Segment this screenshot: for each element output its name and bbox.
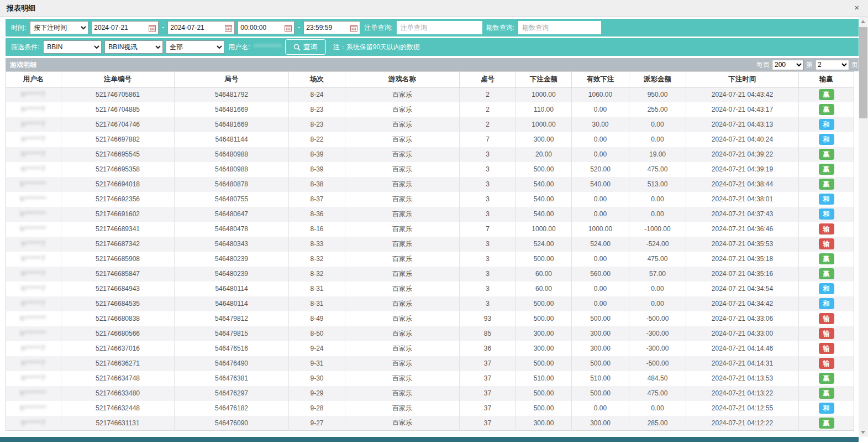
date-to-input[interactable]: 2024-07-21: [167, 21, 235, 34]
cell-table_no: 3: [460, 207, 516, 222]
masked-username: h*****7: [22, 419, 46, 427]
cell-valid_bet: 1000.00: [572, 222, 629, 237]
result-badge-tie: 和: [819, 194, 834, 205]
cell-bet_amount: 540.00: [516, 177, 572, 192]
search-button[interactable]: 查询: [285, 39, 326, 55]
cell-session: 8-23: [289, 117, 345, 132]
search-button-label: 查询: [303, 42, 318, 52]
calendar-icon[interactable]: [285, 24, 292, 32]
cell-bet_amount: 1000.00: [516, 117, 572, 132]
cell-bet_time: 2024-07-21 04:40:24: [686, 132, 799, 147]
result-badge-win: 赢: [819, 268, 834, 279]
time-type-select[interactable]: 按下注时间: [30, 21, 88, 34]
column-header-bet_id: 注单编号: [61, 72, 175, 87]
scrollbar-thumb[interactable]: [859, 27, 867, 118]
date-range-dash: -: [162, 24, 164, 32]
section-bar: 游戏明细 每页 200 第 2 页: [6, 58, 862, 71]
masked-username: h*******: [20, 315, 46, 322]
vertical-scrollbar[interactable]: [859, 17, 868, 437]
retention-note: 注：系统保留90天以内的数据: [333, 43, 420, 52]
cell-bet_id: 521746704746: [61, 117, 175, 132]
platform-select[interactable]: BBIN: [43, 40, 102, 54]
cell-payout: 513.00: [629, 177, 686, 192]
column-header-round_id: 局号: [175, 72, 289, 87]
cell-result: 赢: [799, 177, 854, 192]
period-query-input[interactable]: [518, 21, 601, 34]
result-badge-win: 赢: [819, 418, 834, 429]
result-badge-tie: 和: [819, 119, 834, 130]
game-detail-table-wrap: 用户名注单编号局号场次游戏名称桌号下注金额有效下注派彩金额下注时间输赢 h***…: [6, 71, 862, 431]
cell-payout: 255.00: [629, 102, 686, 117]
cell-bet_amount: 524.00: [516, 237, 572, 252]
cell-payout: -300.00: [629, 341, 686, 356]
result-badge-win: 赢: [819, 388, 834, 399]
page-suffix-label: 页: [851, 60, 858, 70]
window-titlebar: 报表明细 ×: [0, 0, 868, 17]
cell-bet_amount: 500.00: [516, 162, 572, 177]
cell-game: 百家乐: [345, 147, 460, 162]
column-header-table_no: 桌号: [460, 72, 516, 87]
cell-session: 8-49: [289, 311, 345, 326]
masked-username: h*****7: [22, 270, 46, 278]
cell-bet_id: 521746695358: [61, 162, 175, 177]
close-icon[interactable]: ×: [854, 3, 859, 12]
cell-username: h*******: [6, 177, 61, 192]
cell-result: 和: [799, 117, 854, 132]
time-range-dash: -: [298, 24, 300, 32]
cell-round_id: 546479815: [175, 326, 289, 341]
cell-result: 和: [799, 207, 854, 222]
result-badge-lose: 输: [819, 343, 834, 354]
cell-valid_bet: 0.00: [572, 282, 629, 296]
time-to-input[interactable]: 23:59:59: [303, 21, 360, 34]
game-select[interactable]: 全部: [166, 40, 224, 54]
cell-username: h*****7: [6, 237, 61, 252]
horizontal-scrollbar[interactable]: [0, 437, 859, 442]
scroll-up-icon[interactable]: [861, 20, 865, 23]
cell-payout: 19.00: [629, 147, 686, 162]
masked-username: h*****7: [22, 285, 46, 293]
calendar-icon[interactable]: [350, 24, 357, 32]
page-select[interactable]: 2: [815, 60, 849, 70]
table-row: h*******5217466893415464804788-16百家乐7100…: [6, 222, 854, 237]
calendar-icon[interactable]: [225, 24, 232, 32]
date-from-input[interactable]: 2024-07-21: [91, 21, 159, 34]
cell-table_no: 7: [460, 132, 516, 147]
cell-table_no: 37: [460, 401, 516, 416]
cell-round_id: 546476490: [175, 356, 289, 371]
cell-round_id: 546481144: [175, 132, 289, 147]
cell-game: 百家乐: [345, 341, 460, 356]
cell-username: h*******: [6, 326, 61, 341]
game-detail-table: 用户名注单编号局号场次游戏名称桌号下注金额有效下注派彩金额下注时间输赢 h***…: [6, 71, 854, 431]
time-from-input[interactable]: 00:00:00: [238, 21, 294, 34]
result-badge-win: 赢: [819, 253, 834, 264]
result-badge-lose: 输: [819, 238, 834, 249]
cell-payout: 950.00: [629, 87, 686, 102]
cell-table_no: 85: [460, 326, 516, 341]
section-title: 游戏明细: [10, 60, 36, 70]
cell-payout: -500.00: [629, 311, 686, 326]
cell-username: h*****7: [6, 132, 61, 147]
result-badge-win: 赢: [819, 149, 834, 160]
cell-bet_id: 521746637016: [61, 341, 175, 356]
cell-round_id: 546480988: [175, 162, 289, 177]
cell-game: 百家乐: [345, 401, 460, 416]
cell-valid_bet: 300.00: [572, 416, 629, 431]
cell-username: h*******: [6, 192, 61, 207]
bet-query-input[interactable]: [397, 21, 482, 34]
per-page-select[interactable]: 200: [772, 60, 804, 70]
result-badge-tie: 和: [819, 403, 834, 414]
result-badge-win: 赢: [819, 104, 834, 115]
scroll-down-icon[interactable]: [861, 431, 865, 434]
cell-round_id: 546480478: [175, 222, 289, 237]
calendar-icon[interactable]: [149, 24, 156, 32]
cell-round_id: 546476381: [175, 371, 289, 386]
masked-username: h*******: [20, 330, 46, 337]
cell-bet_time: 2024-07-21 04:13:22: [686, 386, 799, 401]
cell-username: h*******: [6, 311, 61, 326]
cell-result: 赢: [799, 371, 854, 386]
category-select[interactable]: BBIN视讯: [104, 40, 163, 54]
cell-result: 和: [799, 282, 854, 296]
masked-username: h*******: [20, 180, 46, 188]
masked-username: h*****7: [22, 240, 46, 248]
cell-bet_time: 2024-07-21 04:35:18: [686, 252, 799, 267]
